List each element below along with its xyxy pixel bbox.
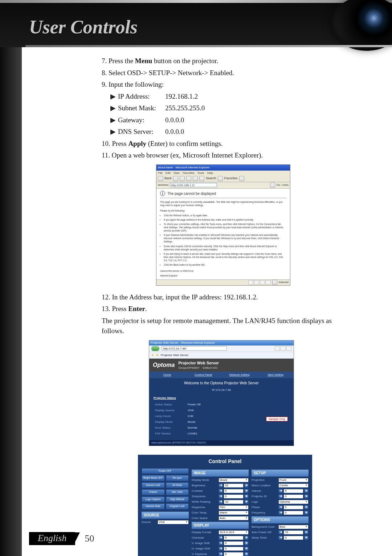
decrement-button[interactable]: ◀ — [278, 505, 283, 510]
home-icon[interactable] — [193, 176, 198, 181]
go-icon[interactable] — [270, 183, 275, 188]
search-icon[interactable] — [286, 346, 291, 351]
nav-control-panel[interactable]: Control Panel — [185, 372, 222, 378]
opt-addressbar: http://172.16.7.49/ — [149, 346, 294, 352]
source-lock-button[interactable]: Source Lock — [142, 482, 165, 488]
setup-select[interactable]: Center — [278, 483, 309, 488]
image-select[interactable]: Film — [219, 505, 249, 510]
keypad-lock-button[interactable]: Keypad Lock — [166, 503, 189, 510]
logo-capture-button[interactable]: Logo Capture — [142, 496, 165, 503]
decrement-button[interactable]: ◀ — [278, 536, 283, 540]
source-heading: SOURCE — [142, 512, 189, 519]
image-select[interactable]: Movie — [219, 478, 249, 482]
resync-button[interactable]: Re-sync — [166, 475, 189, 481]
decrement-button[interactable]: ◀ — [278, 494, 283, 499]
options-heading: OPTIONS — [252, 516, 309, 523]
step-11: 11. Open a web browser (ex, Microsoft In… — [102, 150, 356, 161]
net-ip: ▶IP Address:192.168.1.2 — [102, 91, 356, 102]
nav-network-setting[interactable]: Network Setting — [221, 372, 258, 378]
final-paragraph: The projector is setup for remote manage… — [102, 316, 356, 336]
decrement-button[interactable]: ◀ — [219, 536, 223, 540]
decrement-button[interactable]: ◀ — [278, 489, 283, 493]
increment-button[interactable]: ▶ — [304, 536, 309, 540]
stop-icon[interactable] — [180, 176, 185, 181]
stop-icon[interactable] — [281, 346, 286, 351]
refresh-icon[interactable] — [186, 176, 191, 181]
step-10: 10. Press Apply (Enter) to confirm setti… — [102, 139, 356, 149]
increment-button[interactable]: ▶ — [304, 530, 309, 535]
decrement-button[interactable]: ◀ — [219, 494, 223, 499]
address-bar: Address http://192.168.1.2/ Go Links — [156, 182, 290, 189]
options-value: 0 — [283, 536, 303, 540]
browser-titlebar: about:blank - Microsoft Internet Explore… — [156, 165, 290, 171]
address-input[interactable]: http://192.168.1.2/ — [170, 183, 217, 187]
info-icon: i — [160, 191, 165, 196]
setup-label: Projection — [252, 478, 277, 482]
add-favorites-icon[interactable]: ✚ — [156, 353, 159, 357]
back-icon[interactable] — [151, 346, 159, 351]
display-value: 0 — [224, 536, 244, 540]
increment-button[interactable]: ▶ — [244, 547, 249, 551]
power-off-button[interactable]: Power OFF — [142, 468, 189, 474]
forward-icon[interactable] — [173, 176, 178, 181]
increment-button[interactable]: ▶ — [304, 505, 309, 510]
opt-welcome: Welcome to the Optoma Projector Web Serv… — [149, 378, 294, 388]
address-input[interactable]: http://172.16.7.49/ — [162, 346, 227, 351]
image-select[interactable]: Auto — [219, 516, 249, 520]
decrement-button[interactable]: ◀ — [278, 511, 283, 515]
history-icon[interactable] — [239, 176, 244, 181]
nav-home[interactable]: Home — [149, 372, 185, 378]
display-label: V. Image Shift — [192, 541, 217, 545]
options-label: Auto Power Off — [252, 530, 277, 535]
setup-select[interactable]: Optoma — [278, 500, 309, 504]
volume-mute-button[interactable]: Volume Mute — [142, 503, 165, 510]
image-label: Color Space — [192, 516, 217, 520]
setup-select[interactable]: Front — [278, 478, 309, 482]
display-select[interactable]: 16:9 II 16:9 — [219, 530, 249, 535]
increment-button[interactable]: ▶ — [244, 552, 249, 556]
image-label: Brightness — [192, 483, 217, 488]
decrement-button[interactable]: ◀ — [219, 483, 223, 488]
increment-button[interactable]: ▶ — [244, 536, 249, 540]
freeze-button[interactable]: Freeze — [142, 489, 165, 495]
browser-statusbar: Internet — [156, 279, 290, 285]
image-label: White Peaking — [192, 500, 217, 504]
av-mute-button[interactable]: AV Mute — [166, 482, 189, 488]
increment-button[interactable]: ▶ — [304, 511, 309, 515]
favorites-icon[interactable] — [218, 176, 223, 181]
decrement-button[interactable]: ◀ — [278, 530, 283, 535]
increment-button[interactable]: ▶ — [304, 489, 309, 493]
favorites-icon[interactable]: ★ — [151, 353, 154, 357]
image-label: Color Temp. — [192, 511, 217, 515]
increment-button[interactable]: ▶ — [244, 483, 249, 488]
step-8: 8. Select OSD-> SETUP-> Network-> Enable… — [102, 68, 356, 78]
browser-toolbar: Back Search Favorites — [156, 176, 290, 182]
increment-button[interactable]: ▶ — [244, 494, 249, 499]
options-select[interactable]: Blue — [278, 525, 309, 529]
image-select[interactable]: Warm — [219, 511, 249, 515]
footer-page-number: 50 — [75, 533, 94, 544]
decrement-button[interactable]: ◀ — [219, 489, 223, 493]
info-hide-button[interactable]: Info. Hide — [166, 489, 189, 495]
source-select[interactable]: VGA — [158, 520, 189, 524]
decrement-button[interactable]: ◀ — [219, 541, 223, 545]
display-row: V. Image Shift◀0▶ — [192, 541, 249, 545]
high-altitude-button[interactable]: High Altitude — [166, 496, 189, 503]
increment-button[interactable]: ▶ — [244, 500, 249, 504]
decrement-button[interactable]: ◀ — [219, 552, 223, 556]
bright-mode-button[interactable]: Bright Mode OFF — [142, 475, 165, 481]
refresh-icon[interactable] — [275, 346, 280, 351]
back-icon[interactable] — [158, 176, 163, 181]
display-row: Display Format16:9 II 16:9 — [192, 530, 249, 535]
image-label: Contrast — [192, 489, 217, 493]
image-row: Color SpaceAuto — [192, 516, 249, 520]
display-row: H. Image Shift◀0▶ — [192, 547, 249, 551]
increment-button[interactable]: ▶ — [244, 541, 249, 545]
increment-button[interactable]: ▶ — [304, 494, 309, 499]
nav-alert-setting[interactable]: Alert Setting — [258, 372, 294, 378]
decrement-button[interactable]: ◀ — [219, 500, 223, 504]
display-heading: DISPLAY — [192, 522, 249, 529]
decrement-button[interactable]: ◀ — [219, 547, 223, 551]
search-icon[interactable] — [199, 176, 204, 181]
increment-button[interactable]: ▶ — [244, 489, 249, 493]
